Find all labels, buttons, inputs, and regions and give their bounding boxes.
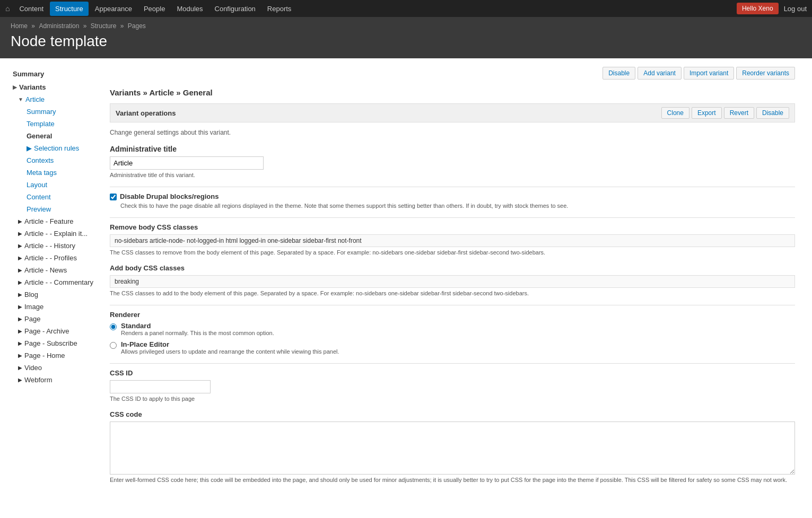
page-header: Home » Administration » Structure » Page… <box>0 17 812 58</box>
sidebar-page[interactable]: ▶ Page <box>14 313 101 325</box>
sidebar-variants[interactable]: ▶ Variants <box>8 81 101 93</box>
sidebar-contexts[interactable]: Contexts <box>22 154 101 166</box>
sidebar-template[interactable]: Template <box>22 118 101 130</box>
remove-css-box: no-sidebars article-node- not-logged-in … <box>110 234 795 247</box>
sidebar-video[interactable]: ▶ Video <box>14 362 101 374</box>
import-variant-button[interactable]: Import variant <box>684 67 734 80</box>
variants-label: Variants <box>19 83 46 91</box>
css-code-label: CSS code <box>110 410 795 418</box>
nav-items: Content Structure Appearance People Modu… <box>14 2 736 16</box>
nav-appearance[interactable]: Appearance <box>90 2 137 16</box>
home-icon[interactable]: ⌂ <box>5 4 10 13</box>
renderer-standard-radio[interactable] <box>110 323 117 330</box>
nav-people[interactable]: People <box>138 2 170 16</box>
sidebar-meta-tags[interactable]: Meta tags <box>22 166 101 179</box>
article-arrow-icon: ▼ <box>18 96 23 102</box>
divider-3 <box>110 305 795 305</box>
sidebar-article-news[interactable]: ▶ Article - News <box>14 264 101 276</box>
sidebar-page-subscribe[interactable]: ▶ Page - Subscribe <box>14 337 101 349</box>
add-variant-button[interactable]: Add variant <box>638 67 682 80</box>
disable-drupal-checkbox[interactable] <box>110 194 117 200</box>
sidebar-content[interactable]: Content <box>22 191 101 203</box>
sidebar-image[interactable]: ▶ Image <box>14 301 101 313</box>
css-id-hint: The CSS ID to apply to this page <box>110 396 795 402</box>
renderer-standard-label: Standard <box>121 322 274 330</box>
css-id-section: CSS ID The CSS ID to apply to this page <box>110 369 795 402</box>
sidebar-webform[interactable]: ▶ Webform <box>14 374 101 386</box>
sidebar-article-feature[interactable]: ▶ Article - Feature <box>14 215 101 227</box>
top-navigation: ⌂ Content Structure Appearance People Mo… <box>0 0 812 17</box>
sidebar-selection-rules[interactable]: ▶ Selection rules <box>22 142 101 154</box>
video-arrow-icon: ▶ <box>18 365 22 371</box>
content-area: Disable Add variant Import variant Reord… <box>101 67 804 491</box>
sidebar-preview[interactable]: Preview <box>22 203 101 215</box>
article-commentary-arrow-icon: ▶ <box>18 279 22 285</box>
disable-drupal-row: Disable Drupal blocks/regions <box>110 192 795 200</box>
add-css-section: Add body CSS classes breaking The CSS cl… <box>110 264 795 296</box>
webform-arrow-icon: ▶ <box>18 377 22 383</box>
css-code-hint: Enter well-formed CSS code here; this co… <box>110 477 795 483</box>
nav-structure[interactable]: Structure <box>50 2 89 16</box>
renderer-inplace-sublabel: Allows privileged users to update and re… <box>121 348 339 355</box>
remove-css-section: Remove body CSS classes no-sidebars arti… <box>110 223 795 256</box>
sidebar-summary-top[interactable]: Summary <box>8 67 101 81</box>
nav-content[interactable]: Content <box>14 2 49 16</box>
renderer-inplace-option: In-Place Editor Allows privileged users … <box>110 340 795 355</box>
article-history-arrow-icon: ▶ <box>18 243 22 249</box>
page-archive-arrow-icon: ▶ <box>18 328 22 334</box>
logout-link[interactable]: Log out <box>784 5 807 13</box>
sidebar-article-commentary[interactable]: ▶ Article - - Commentary <box>14 276 101 288</box>
blog-arrow-icon: ▶ <box>18 292 22 297</box>
sidebar-article-explain[interactable]: ▶ Article - - Explain it... <box>14 227 101 240</box>
export-button[interactable]: Export <box>692 107 722 119</box>
hello-user-button[interactable]: Hello Xeno <box>737 3 779 14</box>
renderer-section: Renderer Standard Renders a panel normal… <box>110 311 795 355</box>
variants-arrow-icon: ▶ <box>13 84 17 90</box>
sidebar-page-archive[interactable]: ▶ Page - Archive <box>14 325 101 337</box>
css-id-input[interactable] <box>110 380 211 393</box>
variants-header: Variants » Article » General <box>110 88 795 97</box>
css-id-label: CSS ID <box>110 369 795 377</box>
variant-disable-button[interactable]: Disable <box>756 107 789 119</box>
add-css-box: breaking <box>110 275 795 288</box>
divider-1 <box>110 187 795 187</box>
disable-drupal-hint: Check this to have the page disable all … <box>120 203 795 209</box>
sidebar-blog[interactable]: ▶ Blog <box>14 288 101 301</box>
renderer-radio-group: Standard Renders a panel normally. This … <box>110 322 795 355</box>
admin-title-label: Administrative title <box>110 145 795 153</box>
nav-configuration[interactable]: Configuration <box>209 2 261 16</box>
main-container: Summary ▶ Variants ▼ Article Summary Tem… <box>0 58 812 500</box>
clone-button[interactable]: Clone <box>661 107 689 119</box>
breadcrumb: Home » Administration » Structure » Page… <box>11 22 801 30</box>
page-arrow-icon: ▶ <box>18 316 22 322</box>
sidebar: Summary ▶ Variants ▼ Article Summary Tem… <box>8 67 101 491</box>
remove-css-label: Remove body CSS classes <box>110 223 795 231</box>
sidebar-page-home[interactable]: ▶ Page - Home <box>14 349 101 362</box>
renderer-inplace-label: In-Place Editor <box>121 340 339 348</box>
revert-button[interactable]: Revert <box>724 107 754 119</box>
article-news-arrow-icon: ▶ <box>18 267 22 273</box>
admin-title-input[interactable] <box>110 156 264 170</box>
sidebar-general[interactable]: General <box>22 130 101 142</box>
add-css-label: Add body CSS classes <box>110 264 795 272</box>
article-profiles-arrow-icon: ▶ <box>18 255 22 261</box>
sidebar-layout[interactable]: Layout <box>22 179 101 191</box>
add-css-hint: The CSS classes to add to the body eleme… <box>110 290 795 296</box>
renderer-inplace-radio[interactable] <box>110 342 117 349</box>
disable-button[interactable]: Disable <box>603 67 635 80</box>
sidebar-article-history[interactable]: ▶ Article - - History <box>14 240 101 252</box>
change-desc-section: Change general settings about this varia… <box>110 129 795 136</box>
renderer-inplace-desc: In-Place Editor Allows privileged users … <box>121 340 339 355</box>
sidebar-article[interactable]: ▼ Article <box>14 93 101 106</box>
sidebar-summary[interactable]: Summary <box>22 106 101 118</box>
sidebar-article-profiles[interactable]: ▶ Article - - Profiles <box>14 252 101 264</box>
nav-right: Hello Xeno Log out <box>737 3 807 14</box>
nav-reports[interactable]: Reports <box>262 2 297 16</box>
css-code-textarea[interactable] <box>110 422 795 475</box>
renderer-label: Renderer <box>110 311 795 319</box>
variant-ops-label: Variant operations <box>116 109 176 117</box>
nav-modules[interactable]: Modules <box>171 2 208 16</box>
article-explain-arrow-icon: ▶ <box>18 231 22 236</box>
reorder-variants-button[interactable]: Reorder variants <box>736 67 795 80</box>
page-title: Node template <box>11 33 801 50</box>
